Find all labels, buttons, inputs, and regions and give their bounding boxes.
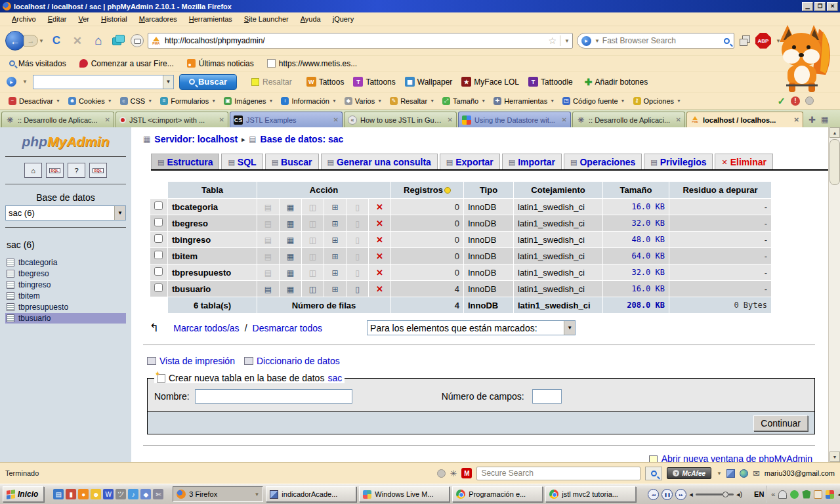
insert-icon[interactable]: ⊞ (331, 252, 338, 261)
tab-close-icon[interactable]: ✕ (676, 116, 681, 123)
pma-tab-buscar[interactable]: ▤Buscar (265, 154, 319, 169)
devbar-resize[interactable]: ⤢Tamaño▼ (439, 96, 489, 106)
resaltar-toggle[interactable]: Resaltar (251, 77, 292, 87)
mcafee-dropdown-icon[interactable]: ▼ (717, 471, 722, 476)
menu-archivo[interactable]: Archivo (7, 14, 41, 24)
structure-icon[interactable]: ▦ (287, 219, 294, 228)
sidebar-table-tbegreso[interactable]: tbegreso (5, 268, 126, 279)
browser-tab-2[interactable]: JSTL <c:import> with ...✕ (116, 112, 228, 127)
pma-tab-generar-una-consulta[interactable]: ▤Generar una consulta (321, 154, 438, 169)
update-tray-icon[interactable] (826, 490, 834, 499)
db-select-arrow-icon[interactable]: ▼ (114, 206, 125, 220)
account-email[interactable]: mariu303@gmail.com (765, 469, 835, 477)
toolbar-search-input[interactable]: ▼ (33, 75, 174, 89)
breadcrumb-server-link[interactable]: Servidor: localhost (154, 134, 238, 144)
devbar-cookies[interactable]: ☻Cookies▼ (65, 96, 116, 106)
taskbar-button-windows-live-m-[interactable]: Windows Live M... (359, 486, 450, 502)
pma-sql-icon[interactable]: SQL (46, 163, 64, 178)
bookmark-item[interactable]: https://www.metis.es... (262, 58, 362, 70)
media-icon[interactable]: ▮ (66, 489, 76, 499)
globe-status-icon[interactable] (740, 469, 748, 478)
engine-dropdown-icon[interactable]: ▼ (595, 38, 600, 44)
mcafee-badge[interactable]: ? McAfee (667, 467, 711, 479)
row-checkbox[interactable] (154, 201, 163, 210)
input-dropdown-icon[interactable]: ▼ (163, 75, 173, 89)
adblock-dropdown-icon[interactable]: ▼ (776, 38, 781, 44)
volume-knob[interactable] (723, 492, 728, 497)
insert-icon[interactable]: ⊞ (331, 219, 338, 228)
notes-tray-icon[interactable] (814, 490, 822, 499)
pma-tab-sql[interactable]: ▤SQL (221, 154, 262, 169)
menu-editar[interactable]: Editar (43, 14, 72, 24)
browser-tab-1[interactable]: ✳:: Desarrollo de Aplicac...✕ (1, 112, 114, 127)
menu-historial[interactable]: Historial (96, 14, 133, 24)
reload-button[interactable]: C (48, 34, 65, 47)
bookmark-item[interactable]: Más visitados (4, 58, 72, 70)
addon-tattoos[interactable]: WTattoos (306, 77, 345, 87)
tab-groups-icon[interactable] (111, 34, 127, 47)
num-fields-input[interactable] (532, 389, 562, 404)
db-select[interactable]: sac (6) ▼ (5, 205, 126, 220)
new-tab-button[interactable]: ✚ (808, 115, 816, 125)
media-prev-button[interactable]: ◂◂ (648, 489, 659, 500)
toolbar-engine-icon[interactable]: ▸ (7, 77, 16, 87)
breadcrumb-database-link[interactable]: Base de datos: sac (261, 134, 344, 144)
continuar-button[interactable]: Continuar (753, 415, 808, 431)
media-pause-button[interactable]: ❚❚ (662, 489, 673, 500)
volume-tray-icon[interactable]: ◂)) (837, 490, 840, 499)
menu-marcadores[interactable]: Marcadores (134, 14, 182, 24)
scroll-down-icon[interactable]: ▼ (830, 452, 840, 462)
pma-tab-privilegios[interactable]: ▤Privilegios (644, 154, 713, 169)
pma-tab-exportar[interactable]: ▤Exportar (440, 154, 500, 169)
table-name-cell[interactable]: tbitem (168, 248, 257, 264)
print-view-link[interactable]: Vista de impresión (147, 356, 235, 366)
window-stack-icon[interactable] (738, 34, 751, 47)
row-checkbox[interactable] (154, 267, 163, 276)
valid-check-icon[interactable]: ✓ (777, 95, 786, 107)
add-buttons[interactable]: ✚ Añadir botones (585, 77, 648, 87)
devbar-info[interactable]: iInformación▼ (278, 96, 339, 106)
pma-tab-estructura[interactable]: ▤Estructura (151, 154, 219, 169)
forum-icon[interactable] (131, 34, 144, 47)
structure-icon[interactable]: ▦ (287, 252, 294, 261)
search-icon[interactable] (724, 38, 730, 44)
devbar-images[interactable]: ▣Imágenes▼ (220, 96, 276, 106)
row-checkbox[interactable] (154, 234, 163, 243)
row-checkbox[interactable] (154, 251, 163, 259)
url-text[interactable]: http://localhost/phpmyadmin/ (165, 36, 545, 45)
cube-status-icon[interactable] (726, 469, 735, 478)
cut-icon[interactable]: ✄ (153, 489, 163, 499)
bookmark-star-icon[interactable]: ☆ (548, 35, 556, 46)
back-button[interactable]: ← (5, 31, 25, 51)
search-engine-icon[interactable]: ▸ (581, 36, 591, 46)
sidebar-table-tbingreso[interactable]: tbingreso (5, 280, 126, 290)
structure-icon[interactable]: ▦ (287, 285, 294, 294)
tab-close-icon[interactable]: ✕ (562, 116, 567, 123)
all-tabs-button[interactable]: ▦ (821, 115, 828, 124)
secure-search-button[interactable] (645, 467, 662, 480)
table-name-cell[interactable]: tbpresupuesto (168, 264, 257, 280)
tab-close-icon[interactable]: ✕ (333, 116, 339, 123)
insert-icon[interactable]: ⊞ (331, 268, 338, 278)
speaker-icon[interactable]: ◂) (736, 490, 742, 499)
drop-icon[interactable]: ✕ (376, 251, 383, 261)
pma-sqlhelp-icon[interactable]: SQL (89, 163, 107, 178)
browser-tab-4[interactable]: «How to use JSTL in Gue...✕ (344, 112, 457, 127)
menu-herramientas[interactable]: Herramientas (184, 14, 238, 24)
stop-button[interactable]: ✕ (69, 34, 86, 48)
browser-tab-6[interactable]: ✳:: Desarrollo de Aplicaci...✕ (572, 112, 685, 127)
sidebar-table-tbitem[interactable]: tbitem (5, 291, 126, 301)
table-name-cell[interactable]: tbusuario (168, 281, 257, 297)
start-button[interactable]: Inicio (3, 486, 44, 502)
devbar-misc[interactable]: ◆Varios▼ (341, 96, 385, 106)
language-indicator[interactable]: EN (754, 488, 764, 501)
addon-tattoodle[interactable]: TTattoodle (528, 77, 573, 87)
url-dropdown-icon[interactable]: ▼ (564, 38, 570, 44)
insert-icon[interactable]: ⊞ (331, 236, 338, 245)
pma-home-icon[interactable]: ⌂ (24, 163, 42, 178)
tab-close-icon[interactable]: ✕ (448, 116, 453, 123)
addon-myface[interactable]: ★MyFace LOL (461, 77, 519, 87)
media-next-button[interactable]: ▸▸ (675, 489, 686, 500)
taskbar-button-indicadoracade-[interactable]: indicadorAcade... (266, 486, 356, 502)
check-all-link[interactable]: Marcar todos/as (173, 323, 239, 333)
